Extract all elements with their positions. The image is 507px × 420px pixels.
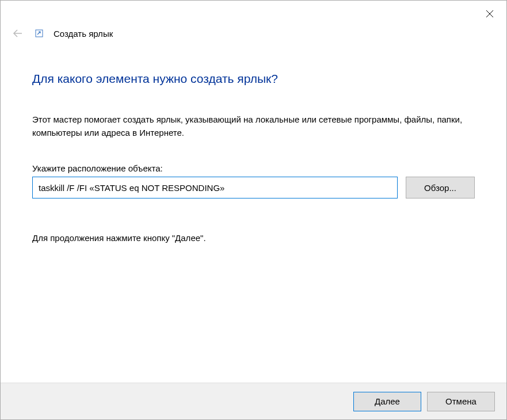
location-row: Обзор... (32, 177, 475, 198)
close-icon (486, 10, 494, 18)
cancel-button[interactable]: Отмена (427, 392, 495, 411)
close-button[interactable] (481, 5, 498, 22)
browse-button[interactable]: Обзор... (406, 177, 475, 198)
wizard-description: Этот мастер помогает создать ярлык, указ… (32, 113, 475, 139)
location-label: Укажите расположение объекта: (32, 163, 475, 173)
page-heading: Для какого элемента нужно создать ярлык? (32, 72, 475, 86)
next-button[interactable]: Далее (353, 392, 421, 411)
wizard-title: Создать ярлык (54, 29, 113, 39)
location-input[interactable] (32, 177, 398, 198)
wizard-footer: Далее Отмена (1, 383, 506, 419)
titlebar (1, 1, 506, 25)
shortcut-icon (35, 29, 43, 37)
back-button[interactable] (11, 26, 25, 40)
wizard-content: Для какого элемента нужно создать ярлык?… (1, 42, 506, 243)
wizard-header: Создать ярлык (1, 25, 506, 42)
continue-hint: Для продолжения нажмите кнопку "Далее". (32, 233, 475, 243)
svg-rect-3 (36, 30, 43, 37)
back-arrow-icon (12, 28, 24, 39)
